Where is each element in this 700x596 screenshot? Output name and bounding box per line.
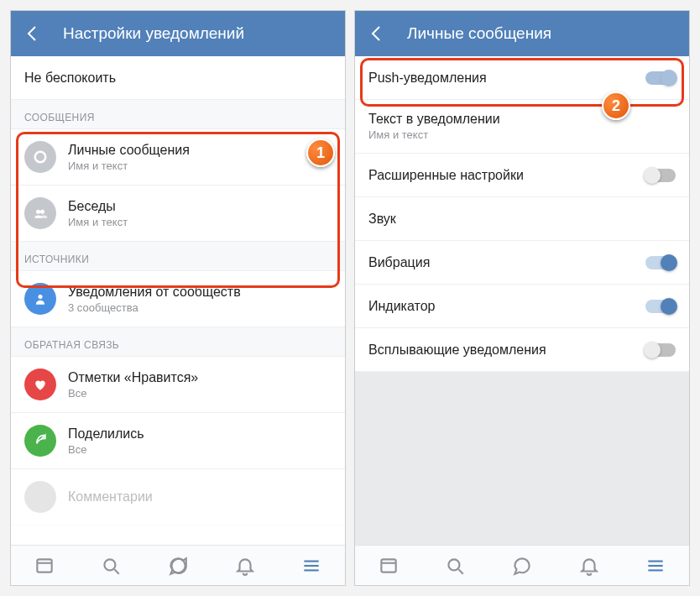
shares-sub: Все <box>68 443 332 456</box>
header-title-left: Настройки уведомлений <box>63 24 244 43</box>
row-likes[interactable]: Отметки «Нравится» Все <box>11 357 345 413</box>
row-shares[interactable]: Поделились Все <box>11 413 345 469</box>
svg-line-8 <box>115 569 119 573</box>
callout-2: 2 <box>602 91 630 120</box>
back-icon[interactable] <box>23 24 43 44</box>
svg-point-1 <box>36 153 44 161</box>
back-icon[interactable] <box>367 24 387 44</box>
chats-sub: Имя и текст <box>68 216 332 228</box>
row-indicator[interactable]: Индикатор <box>355 285 689 328</box>
nav-notifications-icon[interactable] <box>578 555 600 577</box>
do-not-disturb-label: Не беспокоить <box>24 71 116 86</box>
svg-point-4 <box>39 295 43 299</box>
chat-bubble-icon <box>24 141 56 173</box>
shares-title: Поделились <box>68 426 332 442</box>
content-right: Push-уведомления Текст в уведомлении Имя… <box>355 56 689 545</box>
svg-line-15 <box>459 569 463 573</box>
toggle-advanced[interactable] <box>645 169 676 182</box>
row-popup[interactable]: Всплывающие уведомления <box>355 328 689 372</box>
phone-left: Настройки уведомлений Не беспокоить СООБ… <box>10 10 346 586</box>
row-advanced[interactable]: Расширенные настройки <box>355 154 689 197</box>
row-push[interactable]: Push-уведомления <box>355 56 689 100</box>
likes-sub: Все <box>68 387 332 400</box>
nav-notifications-icon[interactable] <box>234 555 256 577</box>
indicator-label: Индикатор <box>368 299 645 314</box>
popup-label: Всплывающие уведомления <box>368 342 645 358</box>
toggle-vibration[interactable] <box>645 256 676 269</box>
svg-point-7 <box>105 559 116 570</box>
content-left: Не беспокоить СООБЩЕНИЯ Личные сообщения… <box>11 56 345 545</box>
row-personal-messages[interactable]: Личные сообщения Имя и текст <box>11 129 345 186</box>
textnotif-title: Текст в уведомлении <box>368 112 676 127</box>
nav-messages-icon[interactable] <box>511 555 533 577</box>
svg-rect-12 <box>381 559 395 572</box>
svg-point-14 <box>449 559 460 570</box>
row-chats[interactable]: Беседы Имя и текст <box>11 186 345 242</box>
toggle-indicator[interactable] <box>645 300 676 313</box>
svg-point-2 <box>36 210 40 214</box>
row-text-in-notif[interactable]: Текст в уведомлении Имя и текст <box>355 100 689 154</box>
heart-icon <box>24 369 56 400</box>
header-left: Настройки уведомлений <box>11 11 345 56</box>
comment-icon <box>24 481 56 513</box>
do-not-disturb-row[interactable]: Не беспокоить <box>11 56 345 100</box>
section-feedback: ОБРАТНАЯ СВЯЗЬ <box>11 327 345 357</box>
communities-sub: 3 сообщества <box>68 301 332 314</box>
header-right: Личные сообщения <box>355 11 689 56</box>
chats-title: Беседы <box>68 199 332 214</box>
bottom-nav-left <box>11 545 345 585</box>
header-title-right: Личные сообщения <box>407 24 551 43</box>
pm-sub: Имя и текст <box>68 159 332 172</box>
bottom-nav-right <box>355 545 689 585</box>
phone-right: Личные сообщения Push-уведомления Текст … <box>354 10 690 586</box>
nav-menu-icon[interactable] <box>645 555 666 577</box>
likes-title: Отметки «Нравится» <box>68 370 332 385</box>
push-label: Push-уведомления <box>368 71 645 86</box>
sound-label: Звук <box>368 212 676 227</box>
communities-title: Уведомления от сообществ <box>68 285 332 300</box>
textnotif-sub: Имя и текст <box>368 128 676 141</box>
group-icon <box>24 197 56 229</box>
comments-title: Комментарии <box>68 489 332 505</box>
section-sources: ИСТОЧНИКИ <box>11 242 345 271</box>
nav-menu-icon[interactable] <box>300 555 322 577</box>
nav-news-icon[interactable] <box>378 555 400 577</box>
row-comments[interactable]: Комментарии <box>11 469 345 525</box>
row-communities[interactable]: Уведомления от сообществ 3 сообщества <box>11 271 345 327</box>
svg-rect-5 <box>37 559 51 572</box>
nav-messages-icon[interactable] <box>167 555 189 577</box>
toggle-popup[interactable] <box>645 343 676 357</box>
pm-title: Личные сообщения <box>68 143 332 158</box>
advanced-label: Расширенные настройки <box>368 168 645 183</box>
nav-news-icon[interactable] <box>34 555 55 577</box>
toggle-push[interactable] <box>645 71 676 85</box>
community-icon <box>24 283 56 315</box>
nav-search-icon[interactable] <box>100 555 122 577</box>
share-icon <box>24 425 56 457</box>
svg-point-3 <box>40 210 44 214</box>
vibration-label: Вибрация <box>368 255 645 270</box>
row-sound[interactable]: Звук <box>355 197 689 241</box>
nav-search-icon[interactable] <box>444 555 466 577</box>
empty-area <box>355 372 689 545</box>
callout-1: 1 <box>306 139 335 167</box>
section-messages: СООБЩЕНИЯ <box>11 100 345 129</box>
row-vibration[interactable]: Вибрация <box>355 241 689 285</box>
